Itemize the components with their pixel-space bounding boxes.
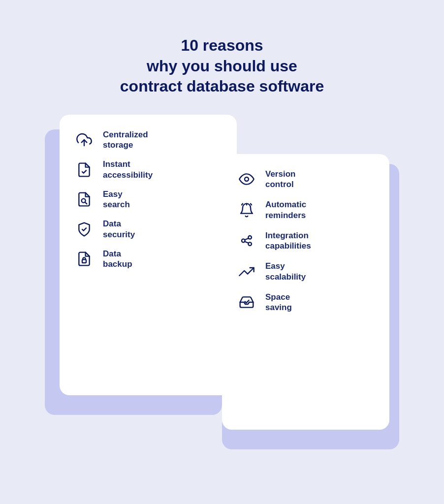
svg-line-6 bbox=[242, 203, 243, 205]
inbox-check-icon bbox=[237, 292, 256, 312]
file-check-icon bbox=[74, 160, 94, 180]
svg-line-12 bbox=[245, 242, 249, 243]
integration-capabilities-label: Integrationcapabilities bbox=[265, 230, 311, 252]
automatic-reminders-label: Automaticreminders bbox=[265, 199, 306, 220]
share-nodes-icon bbox=[237, 231, 256, 251]
file-search-icon bbox=[74, 189, 94, 209]
data-security-label: Datasecurity bbox=[103, 219, 135, 240]
svg-line-7 bbox=[251, 203, 252, 205]
svg-line-2 bbox=[85, 202, 87, 204]
svg-point-4 bbox=[245, 177, 249, 181]
trending-up-icon bbox=[237, 262, 256, 282]
space-saving-label: Spacesaving bbox=[265, 292, 292, 313]
cards-area: Centralizedstorage Instantaccessibility bbox=[45, 115, 399, 469]
easy-scalability-label: Easyscalability bbox=[265, 261, 306, 282]
bell-icon bbox=[237, 200, 256, 220]
upload-cloud-icon bbox=[74, 130, 94, 150]
svg-line-11 bbox=[245, 238, 249, 240]
list-item-easy-scalability: Easyscalability bbox=[237, 261, 375, 282]
list-item-data-security: Datasecurity bbox=[74, 219, 222, 240]
easy-search-label: Easysearch bbox=[103, 189, 130, 210]
list-item-easy-search: Easysearch bbox=[74, 189, 222, 210]
eye-icon bbox=[237, 169, 256, 189]
list-item-integration-capabilities: Integrationcapabilities bbox=[237, 230, 375, 252]
version-control-label: Versioncontrol bbox=[265, 169, 295, 190]
list-item-instant-accessibility: Instantaccessibility bbox=[74, 159, 222, 180]
page-title: 10 reasons why you should use contract d… bbox=[120, 35, 324, 97]
instant-accessibility-label: Instantaccessibility bbox=[103, 159, 153, 180]
list-item-version-control: Versioncontrol bbox=[237, 169, 375, 190]
shield-check-icon bbox=[74, 220, 94, 239]
list-item-space-saving: Spacesaving bbox=[237, 292, 375, 313]
file-lock-icon bbox=[74, 249, 94, 269]
data-backup-label: Databackup bbox=[103, 249, 132, 270]
list-item-centralized-storage: Centralizedstorage bbox=[74, 129, 222, 151]
left-card: Centralizedstorage Instantaccessibility bbox=[60, 115, 237, 395]
centralized-storage-label: Centralizedstorage bbox=[103, 129, 148, 151]
list-item-automatic-reminders: Automaticreminders bbox=[237, 199, 375, 220]
list-item-data-backup: Databackup bbox=[74, 249, 222, 270]
right-card: Versioncontrol Automaticreminders bbox=[222, 154, 389, 430]
page-container: 10 reasons why you should use contract d… bbox=[15, 16, 429, 488]
